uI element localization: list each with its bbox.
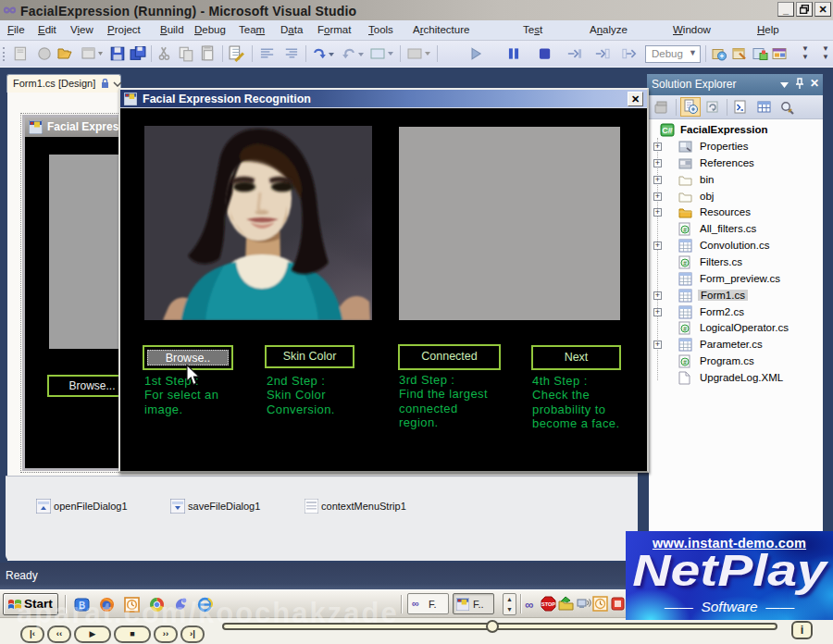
svg-text:#: # [683, 227, 687, 233]
svg-text:#: # [683, 260, 687, 266]
svg-text:#: # [683, 359, 687, 365]
svg-text:#: # [683, 326, 687, 332]
svg-text:STOP: STOP [541, 601, 555, 607]
svg-text:C#: C# [662, 126, 673, 135]
